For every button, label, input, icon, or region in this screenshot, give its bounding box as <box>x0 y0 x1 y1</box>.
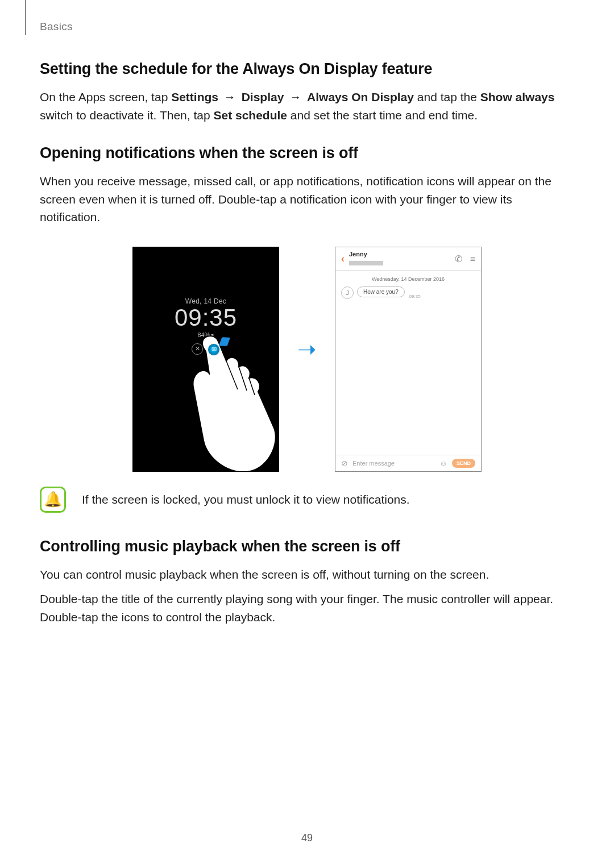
contact-avatar: J <box>341 286 354 299</box>
phone-aod-screenshot: Wed, 14 Dec 09:35 84%∎ ✕ ✉ <box>132 247 279 472</box>
contact-number-placeholder <box>349 261 383 265</box>
note-row: 🔔 If the screen is locked, you must unlo… <box>40 487 574 513</box>
chat-input-bar: ⊘ Enter message ☺ SEND <box>335 455 481 471</box>
message-bubble: How are you? <box>357 286 405 297</box>
text: and set the start time and end time. <box>291 109 478 122</box>
contact-name-block: Jenny <box>349 251 447 268</box>
send-button-label: SEND <box>452 459 475 468</box>
spacer <box>335 299 481 455</box>
page-content: Basics Setting the schedule for the Alwa… <box>0 0 614 626</box>
chat-message-row: J How are you? 09:35 <box>335 286 481 299</box>
text: and tap the <box>417 90 480 103</box>
page-number: 49 <box>0 832 614 844</box>
note-bell-icon: 🔔 <box>40 487 66 513</box>
paragraph-music-2: Double-tap the title of the currently pl… <box>40 590 574 626</box>
arrow-icon: → <box>289 90 305 103</box>
attach-icon: ⊘ <box>341 459 348 468</box>
back-icon: ‹ <box>341 253 345 265</box>
message-time: 09:35 <box>409 294 421 299</box>
bold-always-on-display: Always On Display <box>307 90 414 103</box>
note-text: If the screen is locked, you must unlock… <box>82 491 410 509</box>
phone-messages-screenshot: ‹ Jenny ✆ ≡ Wednesday, 14 December 2016 … <box>335 247 482 472</box>
message-input-placeholder: Enter message <box>352 460 435 467</box>
paragraph-music-1: You can control music playback when the … <box>40 566 574 584</box>
top-margin-rule <box>25 0 26 35</box>
call-icon: ✆ <box>455 254 462 264</box>
heading-music: Controlling music playback when the scre… <box>40 538 574 555</box>
heading-schedule: Setting the schedule for the Always On D… <box>40 60 574 78</box>
chat-date-label: Wednesday, 14 December 2016 <box>335 271 481 286</box>
messages-notification-icon: ✉ <box>208 343 220 356</box>
transition-arrow-icon: ➝ <box>297 336 317 362</box>
paragraph-notifications: When you receive message, missed call, o… <box>40 172 574 226</box>
arrow-icon: → <box>224 90 239 103</box>
illustration-row: Wed, 14 Dec 09:35 84%∎ ✕ ✉ ➝ ‹ Jenny <box>40 247 574 472</box>
text: On the Apps screen, tap <box>40 90 171 103</box>
aod-time: 09:35 <box>133 305 279 330</box>
heading-notifications: Opening notifications when the screen is… <box>40 144 574 162</box>
section-label: Basics <box>40 20 574 33</box>
contact-name: Jenny <box>349 251 447 258</box>
text: switch to deactivate it. Then, tap <box>40 109 213 122</box>
bold-settings: Settings <box>171 90 218 103</box>
bold-set-schedule: Set schedule <box>213 109 287 122</box>
more-menu-icon: ≡ <box>470 254 475 264</box>
hand-double-tap-icon <box>189 331 279 472</box>
paragraph-schedule: On the Apps screen, tap Settings → Displ… <box>40 88 574 124</box>
chat-header: ‹ Jenny ✆ ≡ <box>335 247 481 270</box>
bold-show-always: Show always <box>480 90 555 103</box>
emoji-icon: ☺ <box>439 459 447 468</box>
bold-display: Display <box>242 90 284 103</box>
